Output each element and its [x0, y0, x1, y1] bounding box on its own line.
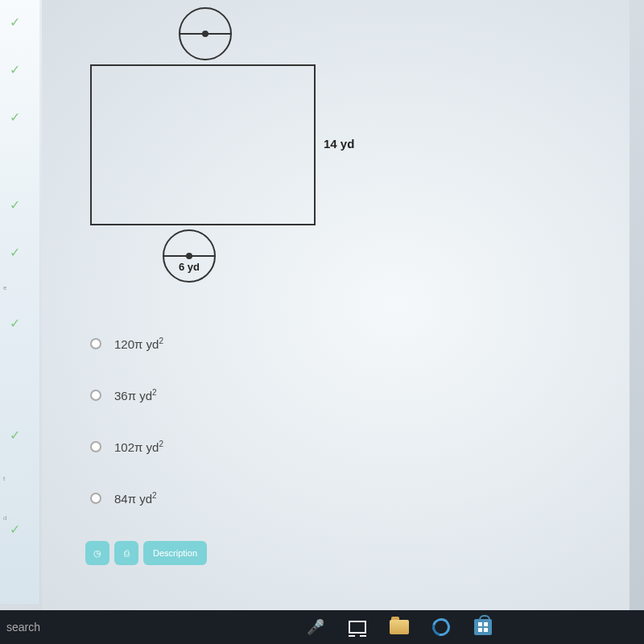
- answer-option-1[interactable]: 120π yd2: [90, 330, 163, 351]
- diameter-label: 6 yd: [179, 261, 200, 273]
- button-label: Description: [153, 548, 197, 558]
- center-dot: [186, 253, 192, 259]
- description-button[interactable]: Description: [143, 541, 207, 565]
- rectangle-shape: [90, 64, 316, 225]
- question-content: 14 yd 6 yd 120π yd2 36π yd2 102π yd2: [42, 0, 630, 612]
- windows-taskbar[interactable]: search 🎤: [0, 610, 644, 644]
- check-icon: ✓: [10, 62, 39, 77]
- clock-icon: ◷: [93, 548, 101, 559]
- taskbar-search[interactable]: search: [6, 621, 40, 634]
- question-toolbar: ◷ ⎙ Description: [85, 541, 207, 565]
- answer-option-2[interactable]: 36π yd2: [90, 382, 163, 402]
- check-icon: ✓: [10, 109, 39, 125]
- answer-option-4[interactable]: 84π yd2: [90, 485, 163, 506]
- check-icon: ✓: [10, 14, 39, 30]
- bottom-circle-shape: 6 yd: [163, 229, 216, 283]
- app-screen: ✓ ✓ ✓ ✓ ✓ e ✓ ✓ t d ✓ 14 yd 6 yd 120π yd…: [0, 0, 644, 644]
- check-icon: ✓: [10, 522, 20, 536]
- print-button[interactable]: ⎙: [114, 541, 138, 565]
- sidebar-text: t: [3, 475, 39, 482]
- radio-icon[interactable]: [90, 493, 101, 504]
- option-text: 36π yd2: [114, 388, 157, 402]
- answer-option-3[interactable]: 102π yd2: [90, 433, 163, 454]
- radio-icon[interactable]: [90, 441, 101, 452]
- top-circle-shape: [179, 7, 232, 60]
- radio-icon[interactable]: [90, 338, 101, 349]
- radio-icon[interactable]: [90, 390, 101, 401]
- geometry-figure: 14 yd 6 yd: [66, 4, 388, 310]
- microsoft-store-icon[interactable]: [473, 617, 493, 637]
- cortana-mic-icon[interactable]: 🎤: [306, 617, 325, 637]
- sidebar-text: e: [3, 284, 39, 291]
- timer-button[interactable]: ◷: [85, 541, 109, 565]
- taskbar-icons: 🎤: [306, 617, 493, 637]
- rectangle-side-label: 14 yd: [324, 137, 354, 151]
- option-text: 120π yd2: [114, 336, 163, 351]
- check-icon: ✓: [10, 197, 39, 213]
- option-text: 84π yd2: [114, 491, 157, 506]
- check-icon: ✓: [10, 427, 39, 443]
- print-icon: ⎙: [124, 548, 130, 558]
- file-explorer-icon[interactable]: [390, 617, 409, 637]
- question-nav-sidebar: ✓ ✓ ✓ ✓ ✓ e ✓ ✓ t d ✓: [0, 0, 40, 604]
- option-text: 102π yd2: [114, 440, 163, 454]
- check-icon: ✓: [10, 316, 39, 331]
- check-icon: ✓: [10, 245, 39, 260]
- sidebar-text: d: [3, 514, 39, 522]
- task-view-icon[interactable]: [348, 617, 367, 637]
- answer-options: 120π yd2 36π yd2 102π yd2 84π yd2: [90, 330, 163, 536]
- edge-browser-icon[interactable]: [431, 617, 451, 637]
